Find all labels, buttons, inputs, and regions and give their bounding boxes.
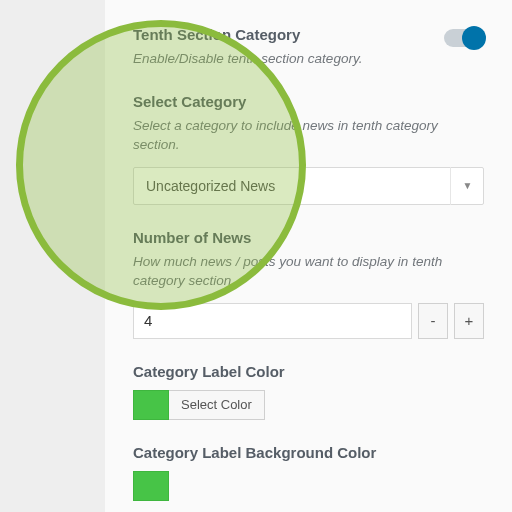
field-description: Select a category to include news in ten… xyxy=(133,116,484,155)
field-description: Enable/Disable tenth section category. xyxy=(133,49,484,69)
field-category-label-bg-color: Category Label Background Color xyxy=(133,444,484,501)
field-description: How much news / posts you want to displa… xyxy=(133,252,484,291)
field-title: Tenth Section Category xyxy=(133,26,300,43)
field-number-of-news: Number of News How much news / posts you… xyxy=(133,229,484,339)
field-tenth-section-category: Tenth Section Category Enable/Disable te… xyxy=(133,26,484,69)
select-value: Uncategorized News xyxy=(146,178,275,194)
toggle-tenth-section[interactable] xyxy=(444,29,484,47)
category-select[interactable]: Uncategorized News xyxy=(133,167,484,205)
decrement-button[interactable]: - xyxy=(418,303,448,339)
increment-button[interactable]: + xyxy=(454,303,484,339)
chevron-down-icon: ▼ xyxy=(450,167,484,205)
color-swatch[interactable] xyxy=(133,390,169,420)
number-of-news-input[interactable] xyxy=(133,303,412,339)
field-category-label-color: Category Label Color Select Color xyxy=(133,363,484,420)
field-title: Select Category xyxy=(133,93,484,110)
color-swatch[interactable] xyxy=(133,471,169,501)
settings-panel: Tenth Section Category Enable/Disable te… xyxy=(105,0,512,512)
select-color-button[interactable]: Select Color xyxy=(169,390,265,420)
field-title: Category Label Background Color xyxy=(133,444,484,461)
field-title: Category Label Color xyxy=(133,363,484,380)
field-title: Number of News xyxy=(133,229,484,246)
toggle-knob xyxy=(462,26,486,50)
field-select-category: Select Category Select a category to inc… xyxy=(133,93,484,205)
